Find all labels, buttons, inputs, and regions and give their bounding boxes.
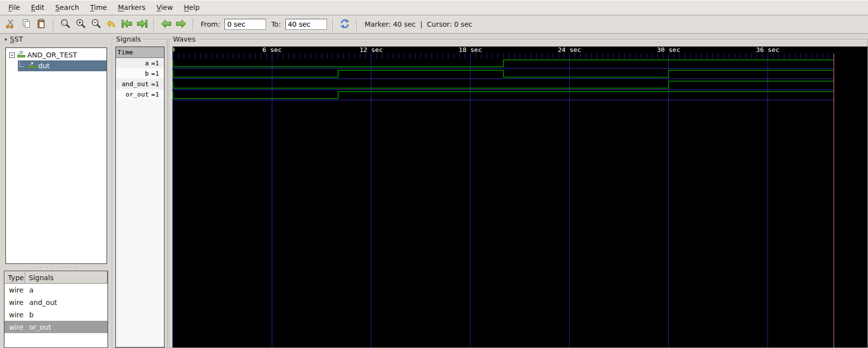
sst-tree: AND_OR_TEST dut	[5, 48, 107, 264]
signal-value: =1	[151, 91, 159, 98]
toolbar-separator	[154, 18, 155, 31]
zoom-out-button[interactable]	[90, 18, 102, 30]
from-time-input[interactable]	[224, 19, 266, 30]
signal-name: a	[145, 59, 149, 67]
zoom-undo-button[interactable]	[106, 18, 117, 30]
time-column-header[interactable]: Time	[116, 47, 164, 58]
waves-frame-title: Waves	[171, 35, 197, 44]
signal-name: and_out	[122, 80, 149, 88]
svg-text:30 sec: 30 sec	[657, 47, 680, 53]
hierarchy-icon	[17, 51, 25, 59]
menubar: File Edit Search Time Markers View Help	[0, 0, 868, 15]
tree-node-and-or-test[interactable]: AND_OR_TEST	[6, 50, 107, 60]
toolbar: From: To: Marker: 40 sec | Cursor: 0 sec	[0, 15, 868, 34]
signal-name: b	[25, 311, 34, 319]
tree-node-dut[interactable]: dut	[6, 60, 107, 71]
signal-type: wire	[4, 286, 25, 294]
signal-value: =1	[151, 59, 159, 67]
tree-branch-connector	[19, 61, 24, 67]
signal-type-table: Type Signals wire a wire and_out wire b …	[4, 271, 108, 348]
arrow-left-icon	[160, 18, 172, 31]
undo-curved-arrow-icon	[106, 18, 117, 31]
table-row[interactable]: wire or_out	[4, 321, 108, 333]
signal-type: wire	[4, 323, 25, 331]
table-row[interactable]: wire and_out	[4, 296, 108, 308]
tree-expander-icon[interactable]	[9, 52, 15, 58]
scissors-icon	[5, 18, 16, 31]
copy-button[interactable]	[20, 18, 32, 30]
pane-splitter-handle[interactable]: · · · · · · · ·	[5, 264, 107, 270]
toolbar-separator	[356, 18, 357, 31]
magnifier-minus-icon	[91, 18, 102, 31]
magnifier-fit-icon	[60, 18, 71, 31]
signal-value-row[interactable]: a =1	[116, 58, 164, 68]
signal-type: wire	[4, 298, 25, 306]
signal-name: b	[145, 70, 149, 77]
tree-node-label: dut	[38, 62, 50, 70]
toolbar-separator	[332, 18, 333, 31]
clipboard-icon	[36, 18, 47, 31]
table-header-row: Type Signals	[4, 271, 108, 284]
signal-value-row[interactable]: or_out =1	[116, 89, 164, 99]
signal-value-row[interactable]: and_out =1	[116, 79, 164, 89]
hierarchy-icon	[28, 62, 36, 70]
cut-button[interactable]	[5, 18, 17, 30]
signal-value: =1	[151, 80, 159, 88]
column-header-signals[interactable]: Signals	[25, 271, 108, 284]
tree-node-label: AND_OR_TEST	[27, 51, 77, 59]
reload-icon	[339, 18, 350, 31]
svg-text:24 sec: 24 sec	[558, 47, 581, 53]
arrow-bar-left-icon	[120, 18, 133, 31]
svg-text:0: 0	[172, 47, 175, 53]
svg-text:12 sec: 12 sec	[360, 47, 383, 53]
signal-name: or_out	[25, 323, 51, 331]
column-header-type[interactable]: Type	[4, 271, 25, 284]
to-label: To:	[271, 20, 280, 28]
signal-value-row[interactable]: b =1	[116, 68, 164, 79]
shift-right-button[interactable]	[175, 18, 187, 30]
menu-view[interactable]: View	[151, 1, 178, 14]
zoom-fit-button[interactable]	[59, 18, 71, 30]
marker-cursor-status: Marker: 40 sec | Cursor: 0 sec	[365, 20, 473, 28]
reload-button[interactable]	[339, 18, 351, 30]
menu-help[interactable]: Help	[178, 1, 205, 14]
signal-name: and_out	[25, 298, 57, 306]
signals-value-list: Time a =1 b =1 and_out =1 or_out =1	[115, 47, 164, 348]
toolbar-separator	[53, 18, 54, 31]
waves-frame: Waves 06 sec12 sec18 sec24 sec30 sec36 s…	[169, 39, 868, 348]
signal-name: a	[25, 286, 34, 294]
waveform-display[interactable]: 06 sec12 sec18 sec24 sec30 sec36 sec	[172, 47, 868, 348]
tree-selection-highlight[interactable]: dut	[18, 60, 107, 71]
main-area: ▾ SST AND_OR_TEST dut · · · · · · · · Ty…	[0, 34, 868, 348]
wave-plot[interactable]: 06 sec12 sec18 sec24 sec30 sec36 sec	[172, 47, 868, 348]
zoom-in-button[interactable]	[75, 18, 87, 30]
svg-text:6 sec: 6 sec	[263, 47, 282, 53]
signal-type: wire	[4, 311, 25, 319]
sst-panel-header[interactable]: ▾ SST	[4, 35, 23, 43]
menu-edit[interactable]: Edit	[25, 1, 50, 14]
paste-button[interactable]	[36, 18, 48, 30]
arrow-bar-right-icon	[136, 18, 149, 31]
sst-title: SST	[10, 35, 23, 43]
collapse-triangle-icon[interactable]: ▾	[4, 37, 7, 42]
menu-markers[interactable]: Markers	[112, 1, 151, 14]
go-to-end-button[interactable]	[136, 18, 148, 30]
from-label: From:	[201, 20, 220, 28]
svg-text:36 sec: 36 sec	[756, 47, 779, 53]
toolbar-separator	[193, 18, 194, 31]
table-row[interactable]: wire a	[4, 284, 108, 296]
signal-value: =1	[151, 70, 159, 77]
menu-search[interactable]: Search	[50, 1, 85, 14]
copy-icon	[21, 18, 32, 31]
menu-file[interactable]: File	[3, 1, 25, 14]
magnifier-plus-icon	[75, 18, 86, 31]
to-time-input[interactable]	[285, 19, 327, 30]
svg-text:18 sec: 18 sec	[459, 47, 482, 53]
go-to-start-button[interactable]	[121, 18, 133, 30]
signals-frame-title: Signals	[114, 35, 142, 44]
arrow-right-icon	[175, 18, 188, 31]
menu-time[interactable]: Time	[85, 1, 112, 14]
shift-left-button[interactable]	[160, 18, 172, 30]
signal-name: or_out	[125, 91, 149, 98]
table-row[interactable]: wire b	[4, 308, 108, 321]
